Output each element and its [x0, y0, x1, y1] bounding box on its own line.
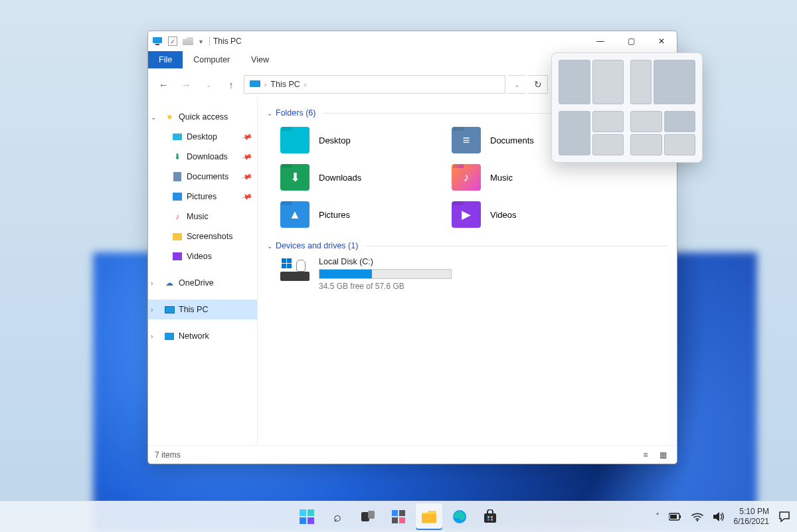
taskbar-search[interactable]: ⌕ — [324, 503, 351, 530]
svg-rect-12 — [487, 516, 489, 518]
address-bar[interactable]: › This PC › — [244, 75, 505, 94]
pin-icon: 📌 — [241, 151, 254, 163]
view-details-button[interactable]: ≡ — [638, 448, 653, 462]
status-item-count: 7 items — [155, 450, 181, 460]
taskbar-widgets[interactable] — [385, 503, 412, 530]
tray-overflow[interactable]: ˄ — [656, 512, 660, 521]
breadcrumb-location[interactable]: This PC — [270, 80, 300, 89]
monitor-icon — [250, 80, 260, 88]
chevron-right-icon[interactable]: › — [151, 280, 153, 287]
documents-folder-icon: ≡ — [452, 127, 481, 153]
videos-folder-icon: ▶ — [452, 201, 481, 228]
taskbar-store[interactable] — [477, 503, 503, 530]
battery-icon[interactable] — [669, 513, 682, 521]
sidebar-this-pc[interactable]: ›This PC — [148, 300, 257, 319]
snap-layout-half[interactable] — [559, 60, 624, 104]
svg-point-19 — [696, 520, 697, 521]
sidebar-item-music[interactable]: ♪Music — [148, 207, 257, 226]
forward-button[interactable]: → — [176, 74, 196, 94]
svg-rect-8 — [399, 517, 405, 523]
sidebar-network[interactable]: ›Network — [148, 326, 257, 346]
drive-free-text: 34.5 GB free of 57.6 GB — [319, 282, 452, 291]
folder-downloads[interactable]: ⬇Downloads — [280, 161, 446, 193]
sidebar-item-desktop[interactable]: Desktop📌 — [148, 127, 257, 147]
chevron-down-icon[interactable]: ⌄ — [151, 114, 156, 121]
taskbar: ⌕ ˄ 5:10 PM 6/16/2021 — [0, 501, 797, 532]
folder-desktop[interactable]: Desktop — [280, 124, 446, 156]
svg-rect-9 — [422, 514, 436, 523]
svg-rect-17 — [679, 515, 681, 518]
downloads-folder-icon: ⬇ — [280, 164, 310, 191]
taskbar-explorer[interactable] — [416, 503, 442, 530]
refresh-button[interactable]: ↻ — [528, 75, 548, 94]
monitor-icon — [152, 36, 163, 46]
minimize-button[interactable]: — — [585, 31, 616, 51]
snap-layout-triple[interactable] — [559, 111, 624, 155]
address-dropdown[interactable]: ⌄ — [508, 75, 525, 94]
svg-rect-2 — [250, 80, 260, 87]
tab-view[interactable]: View — [240, 51, 280, 68]
maximize-button[interactable]: ▢ — [616, 31, 646, 51]
close-button[interactable]: ✕ — [646, 31, 677, 51]
svg-rect-0 — [153, 37, 162, 43]
sidebar-item-documents[interactable]: Documents📌 — [148, 167, 257, 187]
pin-icon: 📌 — [241, 131, 254, 143]
chevron-right-icon[interactable]: › — [151, 333, 153, 340]
tab-file[interactable]: File — [148, 51, 183, 68]
monitor-icon — [165, 306, 175, 313]
wifi-icon[interactable] — [691, 512, 703, 521]
taskbar-clock[interactable]: 5:10 PM 6/16/2021 — [734, 507, 769, 527]
up-button[interactable]: ↑ — [221, 74, 241, 94]
taskbar-taskview[interactable] — [355, 503, 381, 530]
nav-pane: ⌄ ★ Quick access Desktop📌 ⬇Downloads📌 Do… — [148, 98, 258, 445]
svg-rect-18 — [670, 515, 677, 519]
cloud-icon: ☁ — [164, 278, 175, 288]
back-button[interactable]: ← — [153, 74, 173, 94]
view-icons-button[interactable]: ▦ — [656, 448, 670, 462]
status-bar: 7 items ≡ ▦ — [148, 445, 677, 464]
folder-videos[interactable]: ▶Videos — [452, 199, 618, 230]
taskbar-edge[interactable] — [446, 503, 473, 530]
drive-local-c[interactable]: Local Disk (C:) 34.5 GB free of 57.6 GB — [280, 257, 667, 291]
pin-icon: 📌 — [241, 171, 254, 183]
svg-rect-15 — [491, 519, 493, 521]
chevron-right-icon[interactable]: › — [304, 81, 306, 88]
start-button[interactable] — [294, 503, 320, 530]
svg-rect-11 — [484, 513, 496, 523]
svg-rect-1 — [155, 44, 159, 45]
svg-rect-7 — [392, 517, 398, 523]
snap-layout-third[interactable] — [630, 60, 695, 104]
drive-name: Local Disk (C:) — [319, 257, 452, 266]
snap-layouts-popup — [551, 52, 703, 163]
pin-icon: 📌 — [241, 191, 254, 203]
sidebar-item-screenshots[interactable]: Screenshots — [148, 226, 257, 246]
sidebar-item-videos[interactable]: Videos — [148, 246, 257, 266]
network-icon — [165, 333, 174, 340]
sidebar-item-pictures[interactable]: Pictures📌 — [148, 187, 257, 207]
svg-rect-5 — [392, 510, 398, 516]
drive-capacity-bar — [319, 269, 452, 279]
folder-icon[interactable] — [183, 37, 193, 45]
music-icon: ♪ — [172, 211, 183, 222]
window-title: This PC — [213, 37, 242, 46]
qat-dropdown-icon[interactable]: ▾ — [199, 38, 203, 45]
sidebar-onedrive[interactable]: ›☁OneDrive — [148, 273, 257, 293]
titlebar[interactable]: ✓ ▾ This PC — ▢ ✕ — [148, 31, 677, 51]
notifications-icon[interactable] — [778, 511, 790, 523]
sidebar-quick-access[interactable]: ⌄ ★ Quick access — [148, 107, 257, 127]
folder-pictures[interactable]: ▲Pictures — [280, 199, 446, 230]
svg-rect-6 — [399, 510, 405, 516]
section-drives[interactable]: ⌄ Devices and drives (1) — [267, 241, 667, 250]
folder-music[interactable]: ♪Music — [452, 161, 618, 193]
chevron-down-icon[interactable]: ⌄ — [267, 242, 272, 250]
checkbox-icon[interactable]: ✓ — [168, 37, 177, 46]
snap-layout-quarter[interactable] — [630, 111, 695, 155]
volume-icon[interactable] — [713, 511, 725, 522]
pictures-folder-icon: ▲ — [280, 201, 310, 228]
chevron-right-icon[interactable]: › — [151, 306, 153, 313]
chevron-down-icon[interactable]: ⌄ — [267, 110, 272, 117]
tab-computer[interactable]: Computer — [183, 51, 240, 68]
unlock-icon — [296, 260, 306, 272]
history-dropdown[interactable]: ⌄ — [199, 74, 219, 94]
sidebar-item-downloads[interactable]: ⬇Downloads📌 — [148, 147, 257, 167]
